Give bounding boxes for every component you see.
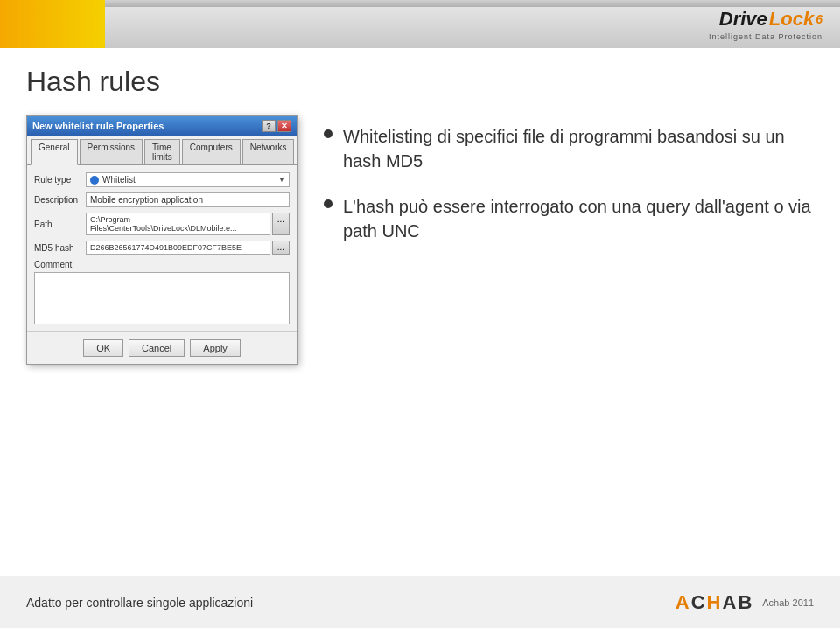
comment-label: Comment (34, 260, 290, 269)
footer: Adatto per controllare singole applicazi… (0, 576, 840, 628)
md5-field-group: D266B26561774D491B09EDF07CF7BE5E ... (86, 241, 290, 255)
comment-box[interactable] (34, 272, 290, 324)
content-row: New whitelist rule Properties ? ✕ Genera… (26, 115, 814, 558)
header-accent (105, 0, 840, 7)
tab-computers[interactable]: Computers (182, 139, 241, 164)
dropdown-arrow-icon: ▼ (278, 176, 285, 184)
path-label: Path (34, 220, 82, 229)
achab-text: ACHAB (676, 591, 753, 614)
help-button[interactable]: ? (262, 120, 276, 132)
tab-general[interactable]: General (31, 139, 78, 165)
bullet-dot-1 (324, 129, 332, 138)
rule-type-value: Whitelist (102, 175, 136, 185)
logo-drive: Drive (719, 8, 767, 31)
dialog-title: New whitelist rule Properties (32, 121, 262, 131)
dialog-body: Rule type Whitelist ▼ Description Mobil (27, 164, 297, 331)
dialog-area: New whitelist rule Properties ? ✕ Genera… (26, 115, 298, 558)
apply-button[interactable]: Apply (190, 339, 241, 357)
md5-label: MD5 hash (34, 243, 82, 253)
close-button[interactable]: ✕ (277, 120, 291, 132)
tab-timelimits[interactable]: Time limits (144, 139, 180, 164)
dialog-footer: OK Cancel Apply (27, 331, 297, 364)
dialog-controls: ? ✕ (262, 120, 291, 132)
footer-bottom-text: Adatto per controllare singole applicazi… (26, 596, 253, 610)
description-label: Description (34, 195, 82, 205)
bullet-area: Whitelisting di specifici file di progra… (324, 115, 814, 558)
rule-type-icon: Whitelist (90, 175, 136, 185)
achab-accent-h: H (707, 591, 723, 613)
achab-accent-a: A (676, 591, 691, 613)
footer-right: ACHAB Achab 2011 (676, 591, 814, 614)
bullet-dot-2 (324, 199, 332, 208)
tab-networks[interactable]: Networks (242, 139, 295, 164)
logo-tagline: Intelligent Data Protection (709, 32, 822, 41)
page-title: Hash rules (26, 66, 814, 98)
md5-browse-button[interactable]: ... (272, 241, 290, 255)
tab-permissions[interactable]: Permissions (80, 139, 143, 164)
path-value[interactable]: C:\Program Files\CenterTools\DriveLock\D… (86, 213, 270, 235)
comment-area: Comment (34, 260, 290, 324)
achab-c: C (691, 591, 707, 613)
md5-row: MD5 hash D266B26561774D491B09EDF07CF7BE5… (34, 241, 290, 255)
path-row: Path C:\Program Files\CenterTools\DriveL… (34, 213, 290, 235)
cancel-button[interactable]: Cancel (129, 339, 185, 357)
achab-logo: ACHAB (676, 591, 753, 614)
dialog-titlebar: New whitelist rule Properties ? ✕ (27, 116, 297, 136)
ok-button[interactable]: OK (83, 339, 123, 357)
path-browse-button[interactable]: ... (272, 213, 290, 235)
description-value[interactable]: Mobile encryption application (86, 192, 290, 207)
win-dialog: New whitelist rule Properties ? ✕ Genera… (26, 115, 298, 365)
bullet-text-2: L'hash può essere interrogato con una qu… (343, 194, 814, 243)
achab-b: B (738, 591, 753, 613)
rule-type-dropdown[interactable]: Whitelist ▼ (86, 172, 290, 187)
bullet-item-1: Whitelisting di specifici file di progra… (324, 124, 814, 173)
logo-area: Drive Lock 6 Intelligent Data Protection (709, 8, 822, 41)
main-content: Hash rules New whitelist rule Properties… (0, 48, 840, 576)
footer-year: Achab 2011 (762, 597, 814, 608)
achab-a2: A (723, 591, 738, 613)
md5-value[interactable]: D266B26561774D491B09EDF07CF7BE5E (86, 241, 270, 255)
description-row: Description Mobile encryption applicatio… (34, 192, 290, 207)
logo-lock: Lock (769, 8, 814, 31)
whitelist-icon (90, 176, 99, 185)
rule-type-row: Rule type Whitelist ▼ (34, 172, 290, 187)
bullet-item-2: L'hash può essere interrogato con una qu… (324, 194, 814, 243)
rule-type-label: Rule type (34, 175, 82, 185)
header: Drive Lock 6 Intelligent Data Protection (0, 0, 840, 48)
logo: Drive Lock 6 (719, 8, 822, 31)
accent-bar (0, 0, 105, 48)
logo-six: 6 (816, 12, 822, 26)
path-field-group: C:\Program Files\CenterTools\DriveLock\D… (86, 213, 290, 235)
bullet-text-1: Whitelisting di specifici file di progra… (343, 124, 814, 173)
dialog-tabs: General Permissions Time limits Computer… (27, 136, 297, 164)
